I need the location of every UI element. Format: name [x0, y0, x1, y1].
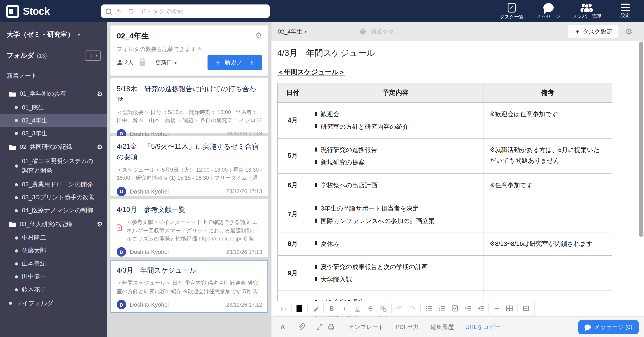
global-search[interactable] — [101, 4, 270, 18]
edit-history-link[interactable]: 編集履歴 — [430, 323, 454, 331]
schedule-table: 日付 予定内容 備考 4月 歓迎会 研究室の方針と研究内容の紹介 ※歓迎会は任意… — [277, 83, 612, 317]
sidebar-item-sato[interactable]: 佐藤太郎 — [0, 245, 107, 258]
unlock-icon[interactable] — [140, 61, 146, 66]
checkbox-icon — [451, 305, 458, 312]
folder-description[interactable]: フォルダの概要を記載できます ✎ — [117, 45, 262, 53]
sidebar-item-my-folder[interactable]: マイフォルダ — [0, 296, 107, 311]
checkbox-button[interactable] — [448, 303, 461, 314]
add-folder-button[interactable]: ＋ ▾ — [85, 50, 100, 61]
nav-settings[interactable]: 設定 — [613, 3, 638, 19]
horizontal-rule-icon — [493, 305, 500, 312]
sidebar-item-suzuki[interactable]: 鈴木花子 — [0, 283, 107, 296]
search-input[interactable] — [115, 7, 265, 15]
gear-icon[interactable]: ⚙ — [625, 26, 632, 36]
bullet-icon — [315, 147, 317, 151]
divider — [310, 323, 310, 332]
divider — [518, 304, 518, 313]
color-swatch-icon — [296, 305, 302, 312]
sidebar-item-nanomachine[interactable]: 04_医療ナノマシンの制御 — [0, 204, 107, 217]
sidebar-item-agri-drone[interactable]: 02_農業用ドローンの開発 — [0, 178, 107, 191]
highlight-button[interactable] — [309, 303, 322, 314]
horizontal-rule-button[interactable] — [490, 303, 503, 314]
text-size-button[interactable]: T↕ — [277, 303, 290, 314]
nav-member-management[interactable]: メンバー管理 — [573, 3, 601, 20]
member-count[interactable]: 2人 — [125, 59, 134, 66]
bullet-icon — [15, 196, 18, 199]
font-color-button[interactable]: A — [277, 321, 288, 333]
undo-button[interactable]: ↶ — [393, 303, 406, 314]
folder-icon — [9, 144, 16, 150]
tag-icon — [359, 28, 366, 35]
note-card-footer: D Doshita Kyohei 23/12/26 17:13 — [117, 247, 262, 257]
table-header-row: 日付 予定内容 備考 — [278, 83, 612, 103]
gear-icon[interactable]: ⚙ — [97, 143, 103, 151]
sidebar-item-3d-print[interactable]: 03_3Dプリント義手の改善 — [0, 191, 107, 204]
table-icon — [506, 305, 514, 312]
sidebar-item-new-notes[interactable]: 新着ノート — [0, 65, 107, 87]
sidebar-item-nakamura[interactable]: 中村隆二 — [0, 232, 107, 245]
app-logo[interactable]: Stock — [6, 5, 50, 18]
sidebar-folder-grade-share[interactable]: 01_学年別の共有 ⚙ — [0, 87, 107, 101]
link-button[interactable] — [377, 303, 390, 314]
print-button[interactable] — [325, 321, 337, 333]
note-list-column: 02_4年生 ⚙ フォルダの概要を記載できます ✎ 2人 更新日 ▾ ＋ 新規ノ… — [107, 22, 272, 337]
text-color-button[interactable] — [293, 303, 306, 314]
folder-icon — [9, 91, 16, 97]
indent-button[interactable] — [461, 303, 474, 314]
outdent-button[interactable] — [474, 303, 487, 314]
scrollbar-thumb[interactable] — [639, 41, 643, 237]
sidebar-item-01-grad[interactable]: 01_院生 — [0, 101, 107, 114]
top-nav: ✓ タスク一覧 メッセージ メンバー管理 設定 — [499, 0, 638, 22]
strikethrough-button[interactable]: S — [364, 303, 377, 314]
gear-icon[interactable]: ⚙ — [97, 90, 103, 98]
note-editor-body[interactable]: 4/3月 年間スケジュール ＜年間スケジュール＞ 日付 予定内容 備考 4月 歓… — [272, 41, 644, 317]
breadcrumb[interactable]: 02_4年生 ▾ — [278, 27, 307, 35]
chevron-down-icon: ▾ — [96, 54, 98, 58]
bullet-icon — [315, 112, 317, 116]
gear-icon[interactable]: ⚙ — [255, 31, 262, 40]
note-title[interactable]: 4/3月 年間スケジュール — [277, 47, 626, 59]
format-toolbar: T↕ B I U S ↶ ↷ — [274, 301, 535, 316]
bold-button[interactable]: B — [325, 303, 338, 314]
sidebar-item-03-juniors[interactable]: 03_3年生 — [0, 127, 107, 140]
new-tag-input[interactable] — [370, 28, 439, 35]
bullet-icon — [315, 206, 317, 210]
workspace-switcher[interactable]: 大学（ゼミ・研究室） ▾ — [0, 22, 107, 39]
insert-table-button[interactable] — [503, 303, 516, 314]
sidebar-item-energy-saving[interactable]: 01_省エネ照明システムの調査と開発 — [0, 154, 107, 178]
sidebar-item-02-seniors[interactable]: 02_4年生 — [0, 114, 107, 127]
sidebar-folder-personal-research[interactable]: 03_個人研究の記録 ⚙ — [0, 217, 107, 232]
note-card-meeting[interactable]: 5/18木 研究の進捗報告に向けての打ち合わせ ＜会議概要＞ 日付:：5/18木… — [110, 78, 268, 133]
menu-icon — [621, 3, 630, 11]
note-card-references[interactable]: 4/10月 参考文献一覧 ＜参考文献＞①インターネット上で確認できる論文 エネル… — [110, 199, 268, 257]
nav-task-list[interactable]: ✓ タスク一覧 — [499, 2, 524, 20]
divider — [307, 304, 308, 313]
task-settings-button[interactable]: ＋ タスク設定 — [568, 24, 619, 39]
bullet-icon — [15, 262, 18, 266]
fullscreen-button[interactable] — [314, 321, 325, 333]
sidebar-folder-joint-research[interactable]: 02_共同研究の記録 ⚙ — [0, 140, 107, 154]
template-link[interactable]: テンプレート — [348, 323, 384, 331]
message-button[interactable]: メッセージ (0) — [578, 320, 639, 334]
collapse-block-button[interactable] — [519, 303, 532, 314]
table-row-july: 7月 3年生の卒論サポート担当者を決定 国際カンファレンスへの参加の計画立案 — [278, 197, 612, 232]
note-card-annual-schedule-selected[interactable]: 4/3月 年間スケジュール ＜年間スケジュール＞ 日付 予定内容 備考 4月 歓… — [110, 260, 268, 313]
sidebar-item-tanaka[interactable]: 田中健一 — [0, 270, 107, 283]
sort-dropdown[interactable]: 更新日 ▾ — [156, 59, 177, 66]
bullet-list-button[interactable] — [422, 303, 435, 314]
underline-button[interactable]: U — [351, 303, 364, 314]
sidebar-item-yamamoto[interactable]: 山本美紀 — [0, 258, 107, 270]
redo-button[interactable]: ↷ — [406, 303, 419, 314]
italic-button[interactable]: I — [338, 303, 351, 314]
bullet-icon — [315, 265, 317, 269]
bullet-icon — [15, 249, 18, 253]
nav-messages[interactable]: メッセージ — [536, 3, 561, 19]
pdf-export-link[interactable]: PDF出力 — [396, 323, 419, 331]
note-card-camp[interactable]: 4/21金 「5/9火〜11木」に実施するゼミ合宿の要項 ＜スケジュール＞ 5月… — [110, 136, 268, 196]
attach-file-button[interactable] — [295, 321, 307, 333]
copy-url-link[interactable]: URLをコピー — [465, 323, 501, 331]
gear-icon[interactable]: ⚙ — [97, 220, 103, 228]
numbered-list-button[interactable] — [435, 303, 448, 314]
new-note-button[interactable]: ＋ 新規ノート — [208, 55, 262, 70]
bullet-icon — [15, 165, 18, 168]
